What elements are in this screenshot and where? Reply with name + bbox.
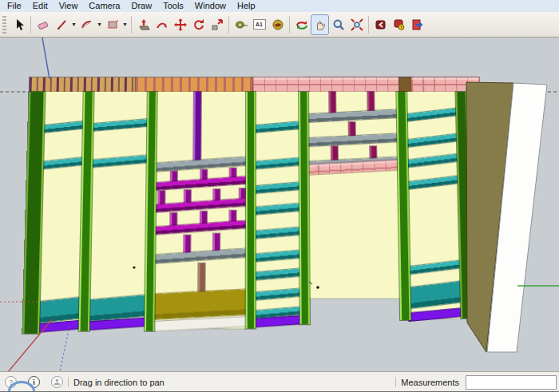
measurements-label: Measurements bbox=[401, 378, 459, 387]
select-arrow-icon bbox=[13, 18, 26, 31]
arc-tool-button[interactable] bbox=[77, 14, 96, 35]
status-hint-text: Drag in direction to pan bbox=[73, 378, 165, 387]
sketchup-window: File Edit View Camera Draw Tools Window … bbox=[0, 0, 559, 392]
zoom-extents-icon bbox=[351, 18, 363, 31]
status-separator bbox=[395, 377, 396, 387]
status-bar: ? i Drag in direction to pan Measurement… bbox=[0, 371, 559, 392]
zoom-tool-button[interactable] bbox=[329, 14, 347, 35]
scale-tool-button[interactable] bbox=[208, 14, 226, 35]
orbit-tool-button[interactable] bbox=[292, 14, 311, 35]
menu-edit[interactable]: Edit bbox=[27, 0, 54, 12]
rotate-tool-button[interactable] bbox=[189, 14, 208, 35]
export-icon bbox=[411, 18, 424, 31]
menu-view[interactable]: View bbox=[54, 0, 84, 12]
paint-bucket-tool-button[interactable] bbox=[268, 14, 287, 35]
measurements-input[interactable] bbox=[466, 375, 557, 390]
eraser-icon bbox=[37, 18, 50, 31]
toolbar-separator bbox=[289, 16, 290, 34]
bottom-shelf bbox=[154, 289, 245, 319]
pan-hand-icon bbox=[314, 18, 327, 31]
follow-me-icon bbox=[156, 18, 168, 31]
push-pull-icon bbox=[137, 18, 150, 31]
pan-tool-button[interactable] bbox=[311, 14, 329, 35]
person-glyph bbox=[53, 378, 61, 386]
rectangle-tool-button[interactable] bbox=[103, 14, 121, 35]
closet-model bbox=[22, 77, 486, 341]
menu-window[interactable]: Window bbox=[189, 0, 232, 12]
move-tool-button[interactable] bbox=[171, 14, 189, 35]
push-pull-tool-button[interactable] bbox=[134, 14, 153, 35]
menu-tools[interactable]: Tools bbox=[157, 0, 189, 12]
menu-bar: File Edit View Camera Draw Tools Window … bbox=[0, 0, 559, 12]
move-icon bbox=[174, 18, 187, 31]
paint-bucket-icon bbox=[272, 18, 284, 31]
toolbar-separator bbox=[228, 16, 229, 34]
tape-measure-tool-button[interactable] bbox=[232, 14, 250, 35]
next-view-icon bbox=[393, 18, 406, 31]
select-tool-button[interactable] bbox=[10, 14, 28, 35]
rotate-icon bbox=[192, 18, 205, 31]
menu-help[interactable]: Help bbox=[232, 0, 261, 12]
text-tool-button[interactable]: A1 bbox=[250, 14, 268, 35]
zoom-previous-button[interactable] bbox=[371, 14, 390, 35]
arc-icon bbox=[81, 18, 93, 31]
line-tool-button[interactable] bbox=[52, 14, 70, 35]
menu-file[interactable]: File bbox=[2, 0, 27, 12]
export-button[interactable] bbox=[408, 14, 426, 35]
divider bbox=[193, 92, 201, 165]
crown-molding-tan bbox=[30, 77, 136, 92]
follow-me-tool-button[interactable] bbox=[153, 14, 171, 35]
viewport-canvas[interactable] bbox=[0, 38, 559, 371]
crown-molding-orange bbox=[136, 77, 253, 92]
previous-view-icon bbox=[375, 18, 387, 31]
crown-molding-pink bbox=[253, 77, 399, 92]
toolbar-separator bbox=[131, 16, 132, 34]
pencil-icon bbox=[55, 18, 68, 31]
bottom-shelf bbox=[39, 298, 79, 323]
tape-measure-icon bbox=[235, 18, 248, 31]
zoom-next-button[interactable] bbox=[390, 14, 408, 35]
arc-tool-dropdown[interactable]: ▾ bbox=[96, 21, 103, 28]
scale-icon bbox=[211, 18, 224, 31]
rectangle-tool-dropdown[interactable]: ▾ bbox=[121, 21, 129, 28]
divider-panel bbox=[299, 92, 310, 324]
divider-panel bbox=[246, 92, 256, 329]
crown-molding-brown bbox=[399, 77, 411, 92]
toolbar: ▾ ▾ ▾ A1 bbox=[0, 12, 559, 38]
divider bbox=[329, 92, 335, 114]
line-tool-dropdown[interactable]: ▾ bbox=[70, 21, 77, 28]
menu-draw[interactable]: Draw bbox=[125, 0, 157, 12]
eraser-tool-button[interactable] bbox=[34, 14, 52, 35]
toolbar-grip[interactable] bbox=[2, 16, 6, 34]
rectangle-icon bbox=[106, 18, 119, 31]
credits-person-icon[interactable] bbox=[51, 376, 63, 388]
text-tool-icon: A1 bbox=[253, 19, 266, 30]
zoom-magnifier-icon bbox=[332, 18, 345, 31]
white-end-panel bbox=[487, 83, 547, 352]
toolbar-separator bbox=[30, 16, 31, 34]
orbit-icon bbox=[295, 18, 308, 31]
zoom-extents-button[interactable] bbox=[347, 14, 366, 35]
toolbar-separator bbox=[368, 16, 369, 34]
status-separator bbox=[68, 377, 69, 387]
divider bbox=[198, 263, 204, 295]
blue-axis bbox=[42, 38, 50, 79]
crown-molding-pink bbox=[411, 77, 479, 92]
menu-camera[interactable]: Camera bbox=[83, 0, 125, 12]
